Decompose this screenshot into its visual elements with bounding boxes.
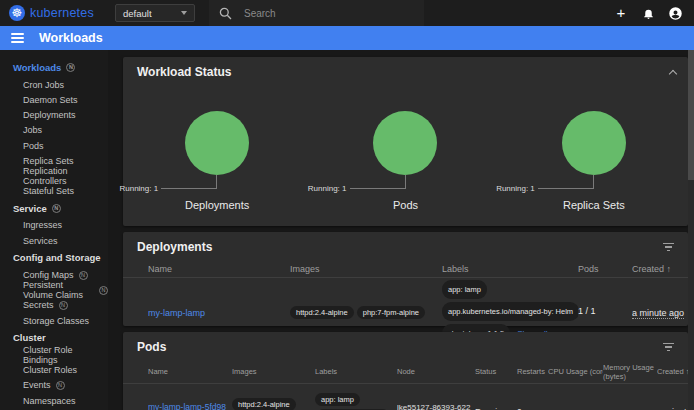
sidebar-item-label: Persistent Volume Claims (23, 280, 94, 300)
col-node[interactable]: Node (397, 367, 475, 376)
collapse-chevron-icon[interactable] (669, 69, 677, 77)
pie-running-slice (562, 111, 626, 175)
sidebar-item-service[interactable]: Service N (0, 201, 108, 216)
sidebar-item-label: Daemon Sets (23, 95, 78, 105)
sidebar-item-daemon-sets[interactable]: Daemon Sets (0, 92, 108, 107)
callout-connector-line (161, 175, 217, 189)
col-images[interactable]: Images (232, 367, 315, 376)
pie-running-slice (185, 111, 249, 175)
sidebar-item-jobs[interactable]: Jobs (0, 123, 108, 138)
sidebar-item-cron-jobs[interactable]: Cron Jobs (0, 77, 108, 92)
search-input[interactable] (244, 8, 404, 19)
workload-status-header: Workload Status (123, 57, 688, 85)
kubernetes-helm-icon: ☸ (9, 5, 25, 21)
sidebar-item-label: Secrets (23, 300, 54, 310)
workload-status-card: Workload Status Running: 1 Deployments R… (123, 57, 688, 226)
scrollbar-thumb[interactable] (688, 50, 694, 180)
kubernetes-logo[interactable]: ☸ kubernetes (0, 5, 115, 21)
sidebar-nav: Workloads N Cron Jobs Daemon Sets Deploy… (0, 50, 108, 410)
pods-title: Pods (137, 340, 166, 354)
col-name[interactable]: Name (148, 264, 290, 274)
namespaced-badge-icon: N (59, 301, 68, 310)
col-images[interactable]: Images (290, 264, 442, 274)
bell-icon (642, 7, 655, 20)
sidebar-item-cluster[interactable]: Cluster (0, 330, 108, 345)
name-cell: my-lamp-lamp (148, 302, 290, 320)
deployments-table-header: Name Images Labels Pods Created ↑ (123, 260, 688, 278)
images-cell: httpd:2.4-alpine php:7-fpm-alpine (232, 396, 315, 410)
images-cell: httpd:2.4-alpinephp:7-fpm-alpine (290, 301, 442, 321)
sidebar-item-replication-controllers[interactable]: Replication Controllers (0, 168, 108, 183)
create-resource-button[interactable]: + (612, 4, 630, 22)
sidebar-item-label: Cluster Roles (23, 365, 77, 375)
sidebar-item-pods[interactable]: Pods (0, 138, 108, 153)
sidebar-item-services[interactable]: Services (0, 233, 108, 248)
plus-icon: + (617, 6, 626, 20)
image-chip: httpd:2.4-alpine (290, 306, 354, 319)
col-pods[interactable]: Pods (578, 264, 632, 274)
filter-icon[interactable] (661, 241, 676, 254)
sidebar-item-cluster-role-bindings[interactable]: Cluster Role Bindings (0, 347, 108, 362)
labels-cell: app: lamp pod-template-hash: 5fd985cf68 (315, 392, 397, 410)
col-created-sorted[interactable]: Created ↑ (632, 264, 688, 274)
col-created-sorted[interactable]: Created ↑ (657, 367, 688, 376)
sidebar-item-label: Deployments (23, 110, 76, 120)
running-count-label: Running: 1 (496, 184, 535, 193)
sidebar-item-label: Replication Controllers (23, 166, 108, 186)
sidebar-item-label: Cron Jobs (23, 80, 64, 90)
col-restarts[interactable]: Restarts (517, 367, 548, 376)
vertical-scrollbar[interactable] (688, 50, 694, 410)
deployment-name-link[interactable]: my-lamp-lamp (148, 308, 205, 318)
name-cell: my-lamp-lamp-5fd985cf68-jwvz4 (148, 402, 232, 410)
app-bar: Workloads (0, 26, 694, 50)
menu-icon[interactable] (11, 33, 24, 43)
sort-ascending-icon: ↑ (667, 264, 672, 274)
sidebar-item-ingresses[interactable]: Ingresses (0, 218, 108, 233)
created-cell: a minute ago (632, 302, 688, 320)
sidebar-item-events[interactable]: Events N (0, 378, 108, 393)
sidebar-item-config-and-storage[interactable]: Config and Storage (0, 250, 108, 265)
col-created-label: Created (657, 367, 684, 376)
label-chip: app.kubernetes.io/managed-by: Helm (442, 302, 578, 321)
namespaced-badge-icon: N (56, 381, 65, 390)
pods-pie-chart: Running: 1 Pods (311, 111, 499, 231)
node-cell: lke55127-86393-622f8d09399a (397, 403, 475, 410)
sidebar-item-storage-classes[interactable]: Storage Classes (0, 313, 108, 328)
col-labels[interactable]: Labels (442, 264, 578, 274)
namespaced-badge-icon: N (79, 271, 88, 280)
pods-card: Pods Name Images Labels Node Status Rest… (123, 332, 688, 410)
pod-name-link[interactable]: my-lamp-lamp-5fd985cf68-jwvz4 (148, 402, 228, 410)
pie-running-slice (373, 111, 437, 175)
image-chip: httpd:2.4-alpine (232, 398, 296, 410)
sidebar-item-persistent-volume-claims[interactable]: Persistent Volume Claims N (0, 283, 108, 298)
chevron-down-icon (181, 11, 187, 15)
label-line: app: lamp (442, 278, 578, 300)
callout-connector-line (350, 175, 406, 189)
filter-icon[interactable] (661, 341, 676, 354)
chart-title: Deployments (123, 199, 311, 211)
account-button[interactable] (666, 4, 684, 22)
col-status[interactable]: Status (475, 367, 517, 376)
col-memory[interactable]: Memory Usage (bytes) (603, 363, 657, 381)
sidebar-item-workloads[interactable]: Workloads N (0, 60, 108, 75)
brand-text: kubernetes (30, 6, 94, 20)
col-cpu[interactable]: CPU Usage (cores) (548, 367, 603, 376)
deployments-title: Deployments (137, 240, 212, 254)
image-line: httpd:2.4-alpine (232, 396, 315, 410)
sidebar-item-label: Events (23, 380, 51, 390)
sidebar-item-label: Config Maps (23, 270, 74, 280)
sidebar-item-label: Ingresses (23, 220, 62, 230)
sidebar-item-label: Stateful Sets (23, 186, 74, 196)
sidebar-item-namespaces[interactable]: Namespaces (0, 393, 108, 408)
col-labels[interactable]: Labels (315, 367, 397, 376)
pods-header: Pods (123, 332, 688, 360)
namespace-selector[interactable]: default (115, 4, 195, 22)
pods-count-cell: 1 / 1 (578, 306, 632, 316)
status-cell (123, 302, 148, 320)
namespaced-badge-icon: N (99, 286, 108, 295)
sidebar-item-label: Config and Storage (13, 252, 101, 263)
sidebar-item-deployments[interactable]: Deployments (0, 108, 108, 123)
col-name[interactable]: Name (148, 367, 232, 376)
deployments-pie-chart: Running: 1 Deployments (123, 111, 311, 231)
notifications-button[interactable] (639, 4, 657, 22)
